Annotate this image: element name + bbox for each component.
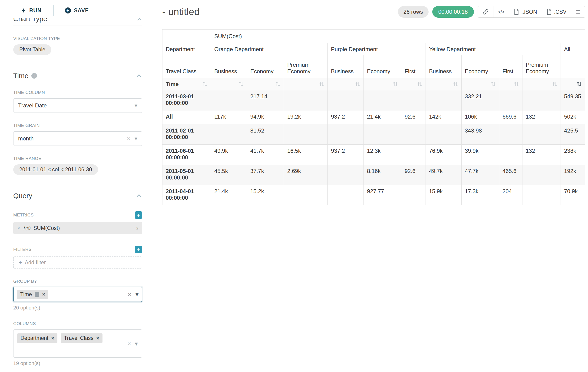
group-by-chip-time[interactable]: Time i × [17,290,48,299]
cell [401,124,426,145]
cell: 70.9k [561,185,585,205]
cell [426,124,462,145]
table-row: 2011-03-01 00:00:00 217.14 332.21 549.35 [162,90,585,110]
department-dimension-header: Department [162,43,211,55]
cell: 217.14 [247,90,284,110]
sort-header[interactable] [284,78,328,90]
chevron-up-icon[interactable] [136,73,142,79]
pivot-table: SUM(Cost) Department Orange Department P… [162,29,585,205]
query-timer-badge: 00:00:00.18 [432,6,474,18]
add-filter-dropzone[interactable]: + Add filter [13,256,142,268]
export-csv-label: .CSV [554,9,567,15]
sort-header[interactable] [499,78,523,90]
cell: 15.2k [247,185,284,205]
chevron-up-icon[interactable] [137,18,142,23]
copy-link-button[interactable] [478,6,494,18]
cell [401,145,426,165]
sort-icon[interactable] [552,81,557,87]
time-range-value[interactable]: 2011-01-01 ≤ col < 2011-06-30 [13,164,98,175]
remove-metric-icon[interactable]: × [17,225,20,231]
sort-header-all-active[interactable] [561,78,585,90]
clear-icon[interactable]: × [128,340,131,347]
cell [523,185,561,205]
time-grain-label: TIME GRAIN [13,123,142,128]
export-toolbar: </> .JSON .CSV ≡ [478,6,585,18]
row-count-badge: 26 rows [398,6,429,18]
clear-icon[interactable]: × [128,291,131,297]
action-buttons: RUN + SAVE [9,5,142,16]
row-label: 2011-06-01 00:00:00 [162,145,211,165]
sort-header[interactable] [462,78,499,90]
corner-cell [162,30,211,43]
clear-icon[interactable]: × [127,136,130,142]
cell: 76.9k [426,145,462,165]
sort-icon[interactable] [453,81,458,87]
group-by-options-hint: 20 option(s) [13,305,142,311]
sort-descending-icon[interactable] [577,81,582,87]
cell: 142k [426,110,462,124]
sort-header[interactable] [247,78,284,90]
chevron-up-icon[interactable] [136,192,142,199]
save-button[interactable]: + SAVE [54,5,100,16]
table-row: 2011-02-01 00:00:00 81.52 343.98 425.5 [162,124,585,145]
columns-chip-department[interactable]: Department × [17,333,57,343]
add-filter-button[interactable]: + [135,246,142,253]
columns-options-hint: 19 option(s) [13,360,142,366]
columns-select[interactable]: Department × Travel Class × × ▾ [13,329,142,358]
cell [523,165,561,185]
cell [499,124,523,145]
cell: 8.16k [364,165,401,185]
time-column-select[interactable]: Travel Date ▾ [13,98,142,113]
chevron-right-icon: › [136,225,138,231]
columns-chip-travel-class[interactable]: Travel Class × [61,333,103,343]
export-json-label: .JSON [521,9,537,15]
group-header: Purple Department [328,43,426,55]
sort-header[interactable] [523,78,561,90]
remove-chip-icon[interactable]: × [42,292,45,297]
sort-icon[interactable] [239,81,243,87]
sort-icon[interactable] [319,81,324,87]
sort-icon[interactable] [491,81,496,87]
sort-icon[interactable] [202,81,208,87]
cell [328,124,364,145]
export-csv-button[interactable]: .CSV [542,6,571,18]
sort-icon[interactable] [275,81,281,87]
sort-icon[interactable] [514,81,519,87]
sort-header[interactable] [328,78,364,90]
sort-icon[interactable] [355,81,360,87]
file-icon [514,9,519,15]
columns-label: COLUMNS [13,321,142,326]
sort-header-time[interactable]: Time [162,78,211,90]
control-panel: RUN + SAVE Chart Type VISUALIZATION TYPE… [0,0,150,372]
menu-button[interactable]: ≡ [571,6,585,18]
remove-chip-icon[interactable]: × [96,336,99,341]
sort-header[interactable] [401,78,426,90]
sort-icon[interactable] [393,81,398,87]
time-grain-select[interactable]: month × ▾ [13,131,142,146]
add-metric-button[interactable]: + [135,211,142,219]
sort-header[interactable] [211,78,247,90]
sort-header-row: Time [162,78,585,90]
row-label: 2011-02-01 00:00:00 [162,124,211,145]
export-json-button[interactable]: .JSON [509,6,542,18]
run-button[interactable]: RUN [9,5,54,16]
sort-header[interactable] [426,78,462,90]
cell [211,90,247,110]
cell: 465.6 [499,165,523,185]
view-query-button[interactable]: </> [493,6,509,18]
cell: 549.35 [561,90,585,110]
query-section-header: Query [13,192,142,200]
group-by-label: GROUP BY [13,279,142,284]
cell: 117k [211,110,247,124]
app: RUN + SAVE Chart Type VISUALIZATION TYPE… [0,0,588,372]
sort-icon[interactable] [417,81,422,87]
metric-item[interactable]: × ƒ(x) SUM(Cost) › [13,222,142,234]
chip-label: Time [20,291,32,298]
visualization-type-value[interactable]: Pivot Table [13,44,51,55]
remove-chip-icon[interactable]: × [51,336,54,341]
metrics-label: METRICS [13,213,34,218]
group-by-select[interactable]: Time i × × ▾ [13,287,142,302]
metrics-label-row: METRICS + [13,211,142,219]
code-icon: </> [498,9,504,15]
sort-header[interactable] [364,78,401,90]
